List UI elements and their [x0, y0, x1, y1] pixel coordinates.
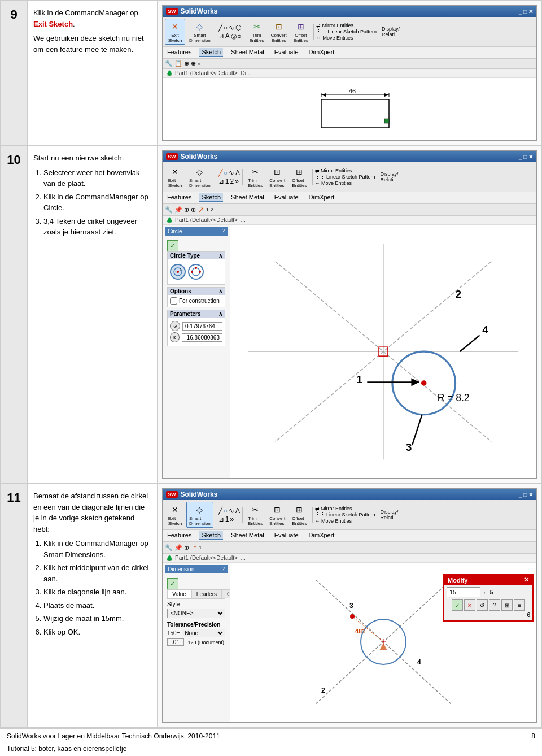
offset-btn-11[interactable]: ⊞ OffsetEntities [289, 502, 309, 528]
tolerance-select[interactable]: None [182, 629, 225, 637]
sketch-icon-3[interactable]: ∿ [229, 24, 234, 32]
menu-sketch-11[interactable]: Sketch [199, 531, 223, 540]
sk-icon-6-10[interactable]: 1 [225, 177, 229, 185]
modify-reset-btn[interactable]: ↺ [477, 599, 488, 611]
param-value-2[interactable]: -16.86080863 [182, 333, 222, 342]
footer-tutorial-row: Tutorial 5: boter, kaas en eierenspellet… [0, 744, 542, 756]
params-expand[interactable]: ∧ [218, 311, 222, 317]
circle-type-expand[interactable]: ∧ [218, 253, 222, 259]
dim-panel-help[interactable]: ? [221, 566, 225, 572]
small-icon-10-4[interactable]: ⊕ [191, 206, 196, 214]
modify-cancel-btn[interactable]: ✕ [464, 599, 475, 611]
exit-sketch-btn[interactable]: ✕ ExitSketch [165, 19, 185, 45]
sketch-icon-5[interactable]: ⊿ [218, 32, 224, 40]
small-icon-1[interactable]: 🔧 [165, 60, 173, 67]
menu-sheetmetal[interactable]: Sheet Metal [229, 48, 266, 57]
convert-btn-11[interactable]: ⊡ ConvertEntities [266, 502, 288, 528]
offset-btn-10[interactable]: ⊞ OffsetEntities [289, 164, 309, 190]
menu-dimxpert[interactable]: DimXpert [307, 48, 337, 57]
toolbar-divider-11-3 [312, 507, 313, 523]
modify-ok-btn[interactable]: ✓ [452, 599, 463, 611]
sk-icon-1-10[interactable]: ╱ [218, 169, 222, 177]
small-icon-10-3[interactable]: ⊕ [184, 206, 189, 214]
menu-features-11[interactable]: Features [165, 531, 194, 540]
exit-sketch-btn-10[interactable]: ✕ ExitSketch [165, 164, 185, 190]
menu-dimxpert-10[interactable]: DimXpert [307, 193, 337, 202]
menu-sheetmetal-10[interactable]: Sheet Metal [229, 193, 266, 202]
sk-icon-1-11[interactable]: ╱ [218, 507, 222, 515]
sk-icon-3-11[interactable]: ∿ [229, 507, 234, 515]
small-icon-4[interactable]: ⊕ [191, 60, 196, 67]
menu-features[interactable]: Features [165, 48, 194, 57]
sk-icon-4-10[interactable]: A [235, 169, 240, 177]
dim-tab-leaders[interactable]: Leaders [191, 589, 222, 598]
menu-dimxpert-11[interactable]: DimXpert [307, 531, 337, 540]
smart-dim-btn-11[interactable]: ◇ SmartDimension [186, 502, 213, 528]
sketch-icon-8[interactable]: » [238, 32, 242, 40]
dim-tab-value[interactable]: Value [167, 589, 191, 598]
smart-dim-btn[interactable]: ◇ SmartDimension [186, 19, 213, 45]
for-construction-check[interactable] [170, 297, 177, 305]
menu-evaluate-10[interactable]: Evaluate [272, 193, 301, 202]
convert-btn-10[interactable]: ⊡ ConvertEntities [266, 164, 288, 190]
trim-btn-11[interactable]: ✂ TrimEntities [245, 502, 265, 528]
menu-features-10[interactable]: Features [165, 193, 194, 202]
sk-icon-5-10[interactable]: ⊿ [218, 177, 224, 185]
smart-dim-btn-10[interactable]: ◇ SmartDimension [186, 164, 213, 190]
trim-btn-10[interactable]: ✂ TrimEntities [245, 164, 265, 190]
sk-icon-7-11[interactable]: » [230, 515, 234, 523]
options-expand[interactable]: ∧ [218, 288, 222, 294]
sketch-icon-4[interactable]: ⬡ [235, 24, 241, 32]
step10-image: SW SolidWorks _ □ ✕ ✕ ExitSketch ◇ Smart… [158, 146, 541, 483]
modify-close-btn[interactable]: ✕ [524, 576, 529, 584]
small-icon-3[interactable]: ⊕ [184, 60, 189, 67]
circle-panel-help[interactable]: ? [221, 228, 225, 234]
sk-icon-2-11[interactable]: ○ [224, 507, 228, 515]
circle-accept-btn[interactable]: ✓ [167, 240, 178, 251]
sk-icon-3-10[interactable]: ∿ [229, 169, 234, 177]
step9-para1: Klik in de CommandManager op Exit Sketch… [33, 7, 151, 29]
exit-sketch-btn-11[interactable]: ✕ ExitSketch [165, 502, 185, 528]
svg-text:46: 46 [349, 88, 356, 94]
sketch-icon-1[interactable]: ╱ [218, 24, 222, 32]
small-icon-10-2[interactable]: 📌 [174, 206, 182, 214]
sk-icon-5-11[interactable]: ⊿ [218, 515, 224, 523]
sk-icon-7-10[interactable]: 2 [230, 177, 234, 185]
step-row-9: 9 Klik in de CommandManager op Exit Sket… [1, 1, 541, 146]
sketch-icon-7[interactable]: ◎ [231, 32, 237, 40]
sketch-icons-11: ╱ ○ ∿ A ⊿ 1 » [218, 507, 240, 523]
offset-btn[interactable]: ⊞ OffsetEntities [291, 19, 311, 45]
small-icon-10-1[interactable]: 🔧 [165, 206, 173, 214]
sk-icon-6-11[interactable]: 1 [225, 515, 229, 523]
small-icon-2[interactable]: 📋 [174, 60, 182, 67]
small-icon-11-1[interactable]: 🔧 [165, 544, 173, 551]
modify-title: Modify [448, 577, 467, 584]
sw-window-controls-9: _ □ ✕ [519, 8, 533, 15]
menu-evaluate[interactable]: Evaluate [272, 48, 301, 57]
circle-type-center[interactable]: 1 0 [170, 264, 186, 280]
convert-icon-11: ⊡ [271, 503, 283, 516]
sk-icon-8-10[interactable]: » [235, 177, 239, 185]
sk-icon-4-11[interactable]: A [235, 507, 240, 515]
trim-btn[interactable]: ✂ TrimEntities [247, 19, 267, 45]
small-icon-11-3[interactable]: ⊕ [184, 544, 189, 551]
convert-btn[interactable]: ⊡ ConvertEntities [268, 19, 290, 45]
sketch-icon-2[interactable]: ○ [224, 24, 228, 32]
sketch-icon-6[interactable]: A [225, 32, 230, 40]
style-select[interactable]: <NONE> [167, 609, 225, 618]
modify-extra-btn[interactable]: ⊞ [501, 599, 513, 611]
param-value-1[interactable]: 0.17976764 [182, 322, 222, 331]
menu-sheetmetal-11[interactable]: Sheet Metal [229, 531, 266, 540]
circle-type-3point[interactable] [188, 264, 204, 280]
step10-canvas-svg: R = 8.2 1 2 3 4 [230, 225, 536, 478]
modify-more-btn[interactable]: ≡ [514, 599, 525, 611]
linear-11: ⋮⋮ Linear Sketch Pattern [315, 512, 375, 518]
menu-evaluate-11[interactable]: Evaluate [272, 531, 301, 540]
modify-value-input[interactable] [447, 587, 480, 597]
small-icon-11-2[interactable]: 📌 [174, 544, 182, 551]
modify-help-btn[interactable]: ? [489, 599, 500, 611]
dim-accept-btn[interactable]: ✓ [167, 578, 178, 589]
menu-sketch[interactable]: Sketch [199, 48, 223, 57]
menu-sketch-10[interactable]: Sketch [199, 193, 223, 202]
sk-icon-2-10[interactable]: ○ [224, 169, 228, 177]
